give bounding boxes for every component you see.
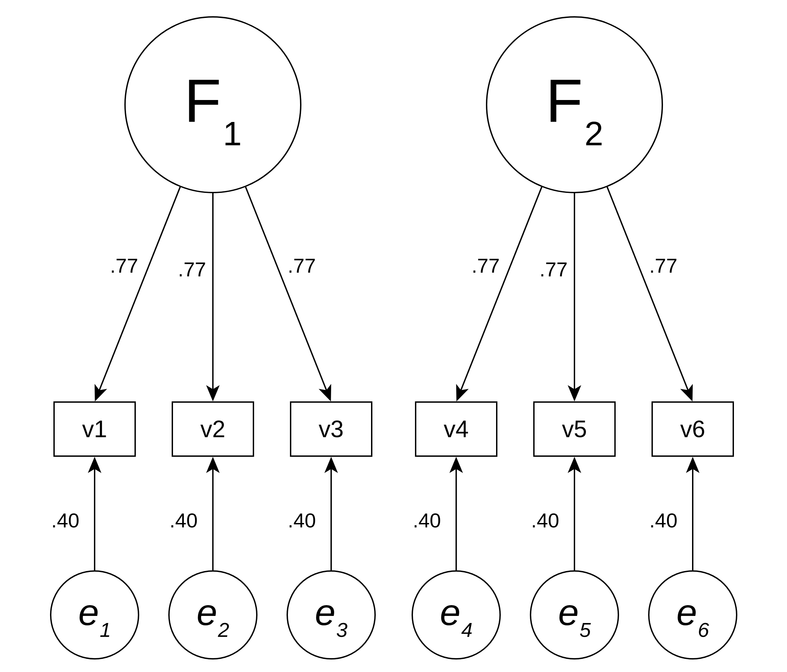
error-label-sub-e3: 3	[336, 618, 348, 641]
error-label-sub-e4: 4	[461, 618, 473, 641]
indicator-label-v3: v3	[319, 416, 344, 442]
loading-arrow-F2-v4	[458, 186, 542, 399]
indicator-label-v6: v6	[680, 416, 705, 442]
error-label-sub-e1: 1	[100, 618, 111, 641]
error-value-label-e4: .40	[413, 509, 441, 532]
loading-label-F1-v2: .77	[178, 258, 206, 281]
error-value-label-e1: .40	[51, 509, 79, 532]
error-label-sub-e6: 6	[698, 618, 709, 641]
error-label-sub-e5: 5	[580, 618, 591, 641]
loading-label-F1-v3: .77	[288, 254, 316, 277]
error-label-sub-e2: 2	[218, 618, 229, 641]
factor-label-sub-F1: 1	[223, 115, 242, 152]
error-label-main-e4: e	[440, 591, 461, 633]
loading-arrow-F1-v1	[96, 186, 180, 399]
error-value-label-e2: .40	[170, 509, 198, 532]
error-value-label-e5: .40	[531, 509, 559, 532]
error-label-main-e5: e	[558, 591, 579, 633]
indicator-label-v1: v1	[82, 416, 107, 442]
error-label-main-e6: e	[676, 591, 697, 633]
loading-label-F2-v4: .77	[471, 254, 499, 277]
indicator-label-v5: v5	[562, 416, 587, 442]
factor-label-main-F2: F	[546, 66, 583, 134]
error-label-main-e1: e	[78, 591, 99, 633]
loading-arrow-F2-v6	[607, 186, 691, 399]
loading-arrow-F1-v3	[245, 186, 330, 399]
sem-path-diagram: .77.77.77.77.77.77.40.40.40.40.40.40F1F2…	[0, 0, 787, 672]
error-value-label-e3: .40	[288, 509, 316, 532]
factor-label-main-F1: F	[184, 66, 221, 134]
loading-label-F2-v6: .77	[649, 254, 677, 277]
error-value-label-e6: .40	[650, 509, 678, 532]
factor-label-sub-F2: 2	[585, 115, 604, 152]
loading-label-F2-v5: .77	[540, 258, 568, 281]
error-label-main-e2: e	[197, 591, 217, 633]
indicator-label-v4: v4	[444, 416, 469, 442]
error-label-main-e3: e	[315, 591, 335, 633]
indicator-label-v2: v2	[201, 416, 225, 442]
loading-label-F1-v1: .77	[110, 254, 138, 277]
